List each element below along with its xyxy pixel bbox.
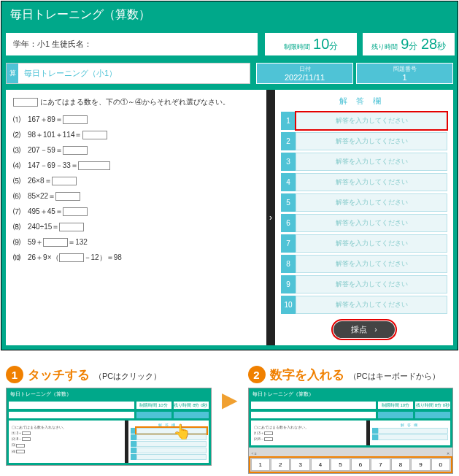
answer-num: 4	[281, 173, 296, 191]
answer-num: 9	[281, 275, 296, 293]
key-2[interactable]: 2	[271, 458, 290, 471]
problem-item: ⑸ 26×8＝	[13, 176, 259, 186]
thumbnail-2: 毎日トレーニング（算数） 制限時間 10分 残り時間 8分 0秒 ▢にあてはまる…	[248, 388, 454, 474]
answer-input-2[interactable]: 解答を入力してください	[296, 132, 447, 150]
nav-left[interactable]: 算 毎日トレーニング（小1）	[6, 63, 250, 84]
time-remain-label: 残り時間	[371, 42, 398, 52]
student-bar: 学年：小1 生徒氏名： 制限時間 10分 残り時間 9分 28秒	[1, 28, 458, 60]
step2-sub: （PCはキーボードから）	[349, 371, 440, 382]
instruction-step-1: 1 タッチする （PCはクリック） 毎日トレーニング（算数） 制限時間 10分 …	[6, 366, 212, 466]
time-limit-label: 制限時間	[284, 42, 310, 52]
subject-tag: 算	[7, 64, 18, 83]
answer-input-9[interactable]: 解答を入力してください	[296, 275, 447, 293]
step-badge-1: 1	[6, 366, 23, 383]
answer-input-6[interactable]: 解答を入力してください	[296, 214, 447, 232]
keyboard-panel: < ≡✕ 1 2 3 4 5 6 7 8 9 0	[249, 448, 453, 473]
time-remain-min: 9	[401, 36, 409, 52]
key-7[interactable]: 7	[371, 458, 390, 471]
problem-item: ⑻ 240÷15＝	[13, 222, 259, 232]
problem-item: ⑶ 207－59＝	[13, 145, 259, 156]
time-limit-box: 制限時間 10分	[265, 33, 357, 55]
key-4[interactable]: 4	[311, 458, 330, 471]
key-3[interactable]: 3	[290, 458, 309, 471]
key-9[interactable]: 9	[411, 458, 430, 471]
answer-input-4[interactable]: 解答を入力してください	[296, 173, 447, 191]
answer-num: 2	[281, 132, 296, 150]
answer-input-10[interactable]: 解答を入力してください	[296, 296, 447, 314]
time-remain-box: 残り時間 9分 28秒	[363, 33, 455, 55]
problem-item: ⑴ 167＋89＝	[13, 115, 259, 125]
score-button[interactable]: 採点›	[333, 321, 394, 338]
problem-intro: にあてはまる数を、下の①～④からそれぞれ選びなさい。	[13, 97, 259, 107]
hand-pointer-icon: 👆	[173, 423, 191, 440]
problem-item: ⑷ 147－69－33＝	[13, 161, 259, 171]
problem-item: ⑵ 98＋101＋114＝	[13, 130, 259, 140]
nav-date-button[interactable]: 日付 2022/11/11	[256, 63, 353, 84]
answer-num: 3	[281, 153, 296, 171]
answer-input-3[interactable]: 解答を入力してください	[296, 153, 447, 171]
answer-num: 10	[281, 296, 296, 314]
app-title: 毎日トレーニング（算数）	[1, 1, 458, 28]
chevron-right-icon: ›	[374, 326, 377, 334]
number-key-row: 1 2 3 4 5 6 7 8 9 0	[250, 458, 452, 472]
instructions-section: 1 タッチする （PCはクリック） 毎日トレーニング（算数） 制限時間 10分 …	[0, 351, 459, 476]
answer-header: 解答欄	[281, 94, 447, 110]
student-info: 学年：小1 生徒氏名：	[6, 33, 258, 55]
answer-panel: 解答欄 1解答を入力してください 2解答を入力してください 3解答を入力してくだ…	[275, 90, 453, 345]
arrow-right-icon: ▶	[222, 366, 238, 412]
key-6[interactable]: 6	[351, 458, 370, 471]
problem-item: ⑽ 26＋9×（－12）＝98	[13, 253, 259, 263]
app-frame: 毎日トレーニング（算数） 学年：小1 生徒氏名： 制限時間 10分 残り時間 9…	[1, 1, 458, 350]
answer-input-8[interactable]: 解答を入力してください	[296, 255, 447, 273]
step1-sub: （PCはクリック）	[94, 371, 161, 382]
nav-title: 毎日トレーニング（小1）	[18, 64, 123, 83]
key-1[interactable]: 1	[251, 458, 270, 471]
problem-panel: にあてはまる数を、下の①～④からそれぞれ選びなさい。 ⑴ 167＋89＝ ⑵ 9…	[6, 90, 266, 345]
time-limit-value: 10	[313, 36, 329, 52]
answer-num: 1	[281, 112, 296, 130]
panel-divider[interactable]: ›	[266, 90, 275, 345]
nav-bar: 算 毎日トレーニング（小1） 日付 2022/11/11 問題番号 1	[1, 60, 458, 90]
key-8[interactable]: 8	[391, 458, 410, 471]
answer-num: 5	[281, 193, 296, 212]
instruction-step-2: 2 数字を入れる （PCはキーボードから） 毎日トレーニング（算数） 制限時間 …	[248, 366, 454, 474]
problem-item: ⑹ 85×22＝	[13, 191, 259, 201]
problem-item: ⑼ 59＋＝132	[13, 237, 259, 247]
answer-input-1[interactable]: 解答を入力してください	[296, 112, 447, 130]
content-area: にあてはまる数を、下の①～④からそれぞれ選びなさい。 ⑴ 167＋89＝ ⑵ 9…	[1, 90, 458, 350]
answer-num: 8	[281, 255, 296, 273]
answer-input-5[interactable]: 解答を入力してください	[296, 193, 447, 212]
key-5[interactable]: 5	[331, 458, 350, 471]
problem-item: ⑺ 495＋45＝	[13, 207, 259, 217]
step1-title: タッチする	[28, 366, 90, 383]
step2-title: 数字を入れる	[270, 366, 344, 383]
answer-input-7[interactable]: 解答を入力してください	[296, 234, 447, 253]
nav-qnum-button[interactable]: 問題番号 1	[356, 63, 453, 84]
time-remain-sec: 28	[421, 36, 437, 52]
answer-num: 7	[281, 234, 296, 253]
answer-num: 6	[281, 214, 296, 232]
step-badge-2: 2	[248, 366, 266, 383]
key-0[interactable]: 0	[431, 458, 450, 471]
problem-list: ⑴ 167＋89＝ ⑵ 98＋101＋114＝ ⑶ 207－59＝ ⑷ 147－…	[13, 115, 259, 263]
